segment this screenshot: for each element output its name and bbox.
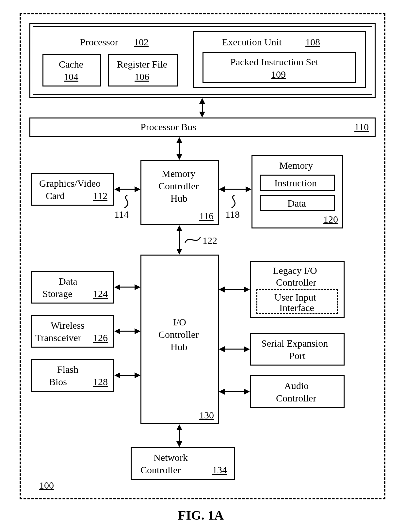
memory-data-label: Data: [287, 198, 306, 209]
ui-l1: User Input: [274, 292, 316, 303]
arrowhead-left-icon: [114, 372, 120, 378]
arrow-bus-mch: [179, 143, 180, 154]
sp-l1: Serial Expansion: [261, 338, 328, 349]
arrowhead-up-icon: [176, 137, 182, 143]
arrowhead-left-icon: [219, 346, 225, 352]
arrow-ich-net: [179, 430, 180, 441]
mch-l2: Controller: [158, 180, 199, 192]
arrowhead-right-icon: [135, 284, 140, 290]
arrow-au-ich: [225, 391, 244, 392]
wl-ref: 126: [93, 332, 108, 344]
arrowhead-right-icon: [244, 389, 250, 395]
figure-caption: FIG. 1A: [178, 508, 224, 523]
arrowhead-right-icon: [244, 346, 250, 352]
arrowhead-down-icon: [176, 154, 182, 160]
memory-label: Memory: [279, 160, 313, 171]
packed-instr-ref: 109: [271, 69, 286, 80]
arrowhead-left-icon: [114, 284, 120, 290]
arrow-graphics-mch: [120, 189, 135, 190]
execution-unit-ref: 108: [305, 37, 320, 48]
arrowhead-left-icon: [219, 287, 225, 292]
ich-ref: 130: [199, 410, 214, 421]
au-l1: Audio: [284, 380, 309, 392]
conn-114-label: 114: [114, 209, 129, 220]
arrow-mch-memory: [225, 189, 246, 190]
system-ref: 100: [39, 480, 54, 491]
arrowhead-left-icon: [114, 186, 120, 192]
net-ref: 134: [212, 464, 227, 476]
sp-l2: Port: [289, 350, 305, 362]
arrowhead-right-icon: [135, 186, 140, 192]
mch-l3: Hub: [170, 193, 187, 204]
cache-label: Cache: [59, 59, 83, 70]
arrowhead-right-icon: [246, 186, 251, 192]
ds-l2: Storage: [42, 288, 73, 300]
register-file-ref: 106: [135, 71, 149, 83]
cache-ref: 104: [64, 71, 78, 83]
ui-l2: Interface: [279, 302, 314, 314]
graphics-l2: Card: [46, 190, 65, 202]
arrowhead-down-icon: [176, 441, 182, 447]
execution-unit-label: Execution Unit: [222, 37, 282, 48]
fb-l1: Flash: [57, 364, 78, 375]
memory-instruction-label: Instruction: [274, 178, 317, 189]
fb-ref: 128: [93, 376, 108, 388]
mch-ref: 116: [199, 211, 214, 222]
arrow-fb-ich: [120, 375, 135, 376]
register-file-label: Register File: [117, 59, 167, 70]
arrowhead-up-icon: [199, 98, 205, 104]
processor-bus-ref: 110: [354, 121, 369, 133]
arrow-ds-ich: [120, 287, 135, 288]
packed-instr-label: Packed Instruction Set: [230, 56, 318, 68]
ich-l2: Controller: [158, 329, 199, 340]
net-l2: Controller: [140, 464, 181, 476]
arrowhead-up-icon: [176, 225, 182, 231]
graphics-ref: 112: [93, 190, 107, 202]
arrow-proc-bus: [202, 104, 203, 112]
arrow-lio-ich: [225, 289, 244, 290]
ich-l3: Hub: [170, 341, 187, 353]
processor-label: Processor: [80, 37, 118, 48]
processor-bus-box: [29, 117, 376, 137]
arrowhead-right-icon: [244, 287, 250, 292]
arrow-mch-ich: [179, 231, 180, 249]
ds-l1: Data: [59, 276, 77, 287]
lio-l1: Legacy I/O: [273, 265, 317, 276]
squiggle-icon: [118, 195, 137, 208]
au-l2: Controller: [276, 393, 316, 404]
conn-122-label: 122: [202, 235, 217, 246]
wl-l1: Wireless: [51, 320, 85, 331]
ds-ref: 124: [93, 288, 108, 300]
arrowhead-up-icon: [176, 424, 182, 430]
arrowhead-down-icon: [176, 249, 182, 255]
arrowhead-left-icon: [114, 328, 120, 334]
memory-ref: 120: [323, 214, 338, 225]
arrowhead-left-icon: [219, 389, 225, 395]
fb-l2: Bios: [49, 376, 67, 388]
squiggle-icon: [225, 195, 244, 208]
conn-118-label: 118: [225, 209, 240, 220]
arrowhead-right-icon: [135, 372, 140, 378]
arrow-wl-ich: [120, 331, 135, 332]
arrowhead-right-icon: [135, 328, 140, 334]
diagram-page: 100 Processor 102 Cache 104 Register Fil…: [0, 0, 405, 532]
lio-l2: Controller: [276, 277, 316, 288]
processor-bus-label: Processor Bus: [140, 121, 196, 133]
graphics-l1: Graphics/Video: [39, 178, 101, 189]
wl-l2: Transceiver: [35, 332, 81, 344]
arrow-sp-ich: [225, 349, 244, 350]
arrowhead-down-icon: [199, 112, 205, 117]
ich-l1: I/O: [173, 317, 186, 328]
processor-ref: 102: [134, 37, 149, 48]
mch-l1: Memory: [162, 168, 195, 180]
arrowhead-left-icon: [219, 186, 225, 192]
net-l1: Network: [154, 452, 188, 463]
